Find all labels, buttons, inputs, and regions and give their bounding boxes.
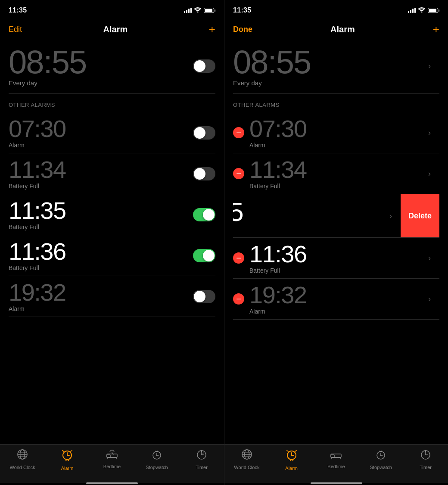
left-tab-bar: World Clock Alarm [0,444,224,483]
done-button[interactable]: Done [233,25,252,34]
left-toggle-1134[interactable] [193,167,215,180]
left-add-button[interactable]: + [209,24,215,35]
left-toggle-1135[interactable] [193,208,215,221]
svg-line-37 [295,451,296,451]
right-alarm-row-0730[interactable]: − 07:30 Alarm › [233,112,439,153]
right-delete-label-1135: Delete [408,211,432,221]
left-alarm-time-1135: 11:35 [9,199,66,223]
right-timer-icon [420,449,431,463]
right-tab-bar: World Clock Alarm [224,444,448,483]
signal-bars-icon [184,8,192,13]
right-home-indicator [224,483,448,485]
main-alarm-toggle[interactable] [193,59,215,73]
svg-point-23 [156,455,158,456]
right-add-button[interactable]: + [433,24,439,35]
right-section-header: OTHER ALARMS [233,94,439,112]
right-alarm-label-1932: Alarm [249,308,307,315]
left-status-time: 11:35 [9,6,27,14]
right-alarm-list: 08:55 Every day › OTHER ALARMS − 07:30 A… [224,41,448,444]
left-tab-bedtime[interactable]: Bedtime [95,449,129,469]
right-alarm-left-1135: 1:35 ttery Full [233,199,243,233]
left-toggle-0730[interactable] [193,126,215,140]
right-nav-bar: Done Alarm + [224,19,448,41]
right-alarm-left-1136: − 11:36 Battery Full [233,242,307,274]
left-panel: 11:35 Edit Alarm + [0,0,224,485]
left-toggle-1136[interactable] [193,249,215,262]
right-alarm-left-1932: − 19:32 Alarm [233,283,307,315]
right-tab-bedtime[interactable]: Bedtime [319,449,353,469]
right-battery-icon [428,8,439,13]
right-delete-circle-1932[interactable]: − [233,293,244,305]
right-delete-circle-1134[interactable]: − [233,168,244,179]
globe-icon [17,449,28,463]
main-alarm-time-block: 08:55 Every day [9,46,86,87]
main-alarm-time: 08:55 [9,46,86,78]
right-alarm-label-1134: Battery Full [249,183,307,190]
right-tab-alarm[interactable]: Alarm [274,449,309,471]
left-nav-title: Alarm [103,25,128,34]
right-tab-timer[interactable]: Timer [408,449,443,470]
right-alarm-chevron-1932: › [428,295,431,304]
left-tab-alarm[interactable]: Alarm [50,449,84,471]
left-alarm-time-1932: 19:32 [9,280,66,305]
left-toggle-1932[interactable] [193,290,215,303]
right-status-time: 11:35 [233,6,251,14]
stopwatch-icon [151,449,162,463]
left-home-indicator [0,483,224,485]
left-alarm-label-1932: Alarm [9,305,66,312]
right-tab-bedtime-label: Bedtime [327,464,345,469]
timer-icon [196,449,207,463]
left-tab-alarm-label: Alarm [61,466,74,471]
wifi-icon [194,7,201,14]
right-alarm-chevron-1134: › [428,169,431,178]
left-alarm-time-block-1136: 11:36 Battery Full [9,239,66,271]
right-delete-circle-1136[interactable]: − [233,252,244,264]
right-signal-bars-icon [408,8,416,13]
right-alarm-icon [286,449,298,464]
right-alarm-chevron-1136: › [428,254,431,263]
right-tab-world-clock-label: World Clock [234,465,259,470]
right-alarm-time-block-1134: 11:34 Battery Full [249,158,307,190]
right-alarm-time-block-1932: 19:32 Alarm [249,283,307,315]
right-alarm-row-1136[interactable]: − 11:36 Battery Full › [233,238,439,279]
right-tab-world-clock[interactable]: World Clock [230,449,264,470]
right-main-alarm-time-block: 08:55 Every day [233,46,311,87]
right-main-alarm-row[interactable]: 08:55 Every day › [233,41,439,94]
edit-button[interactable]: Edit [9,25,22,34]
left-tab-bedtime-label: Bedtime [103,464,121,469]
left-tab-world-clock[interactable]: World Clock [5,449,40,470]
right-alarm-row-1932[interactable]: − 19:32 Alarm › [233,279,439,320]
left-alarm-time-block-0730: 07:30 Alarm [9,117,66,149]
right-alarm-time-block-0730: 07:30 Alarm [249,117,307,149]
right-alarm-time-1134: 11:34 [249,158,307,182]
right-alarm-label-1136: Battery Full [249,267,307,274]
right-main-alarm-label: Every day [233,79,311,87]
right-panel: 11:35 Done Alarm + [224,0,448,485]
left-alarm-label-1136: Battery Full [9,264,66,271]
right-alarm-left-0730: − 07:30 Alarm [233,117,307,149]
left-status-bar: 11:35 [0,0,224,19]
left-alarm-time-block-1135: 11:35 Battery Full [9,199,66,230]
left-alarm-time-1136: 11:36 [9,239,66,264]
right-alarm-row-1135-content[interactable]: 1:35 ttery Full › [233,194,401,237]
left-alarm-label-1135: Battery Full [9,224,66,230]
right-tab-timer-label: Timer [420,465,432,470]
left-tab-timer[interactable]: Timer [184,449,219,470]
main-alarm-label: Every day [9,79,86,87]
right-alarm-left-1134: − 11:34 Battery Full [233,158,307,190]
right-main-alarm-chevron: › [428,62,431,71]
right-alarm-time-block-1135: 1:35 ttery Full [233,199,243,233]
main-alarm-toggle-switch[interactable] [193,59,215,73]
left-alarm-row-1135: 11:35 Battery Full [9,194,215,235]
right-alarm-time-0730: 07:30 [249,117,307,141]
left-tab-stopwatch[interactable]: Stopwatch [140,449,174,470]
right-tab-alarm-label: Alarm [285,466,298,471]
svg-line-36 [287,451,288,451]
right-alarm-time-1135: 1:35 [233,199,243,225]
right-nav-title: Alarm [330,25,355,34]
right-tab-stopwatch[interactable]: Stopwatch [364,449,398,470]
left-tab-timer-label: Timer [196,465,208,470]
right-delete-button-1135[interactable]: Delete [401,194,439,237]
right-delete-circle-0730[interactable]: − [233,127,244,138]
right-alarm-row-1134[interactable]: − 11:34 Battery Full › [233,153,439,194]
